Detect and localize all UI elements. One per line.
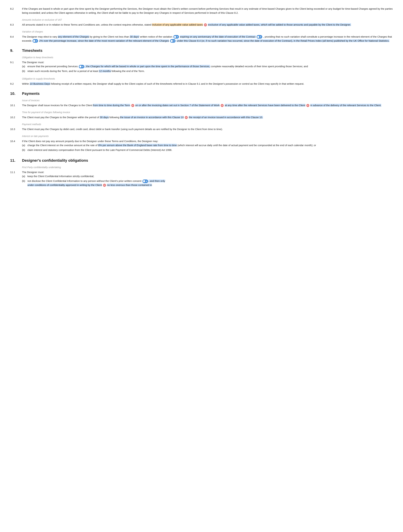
sub-text-11-1-a: keep the Client Confidential Information… xyxy=(27,174,94,178)
clause-10-4-b: (b) claim interest and statutory compens… xyxy=(22,148,393,152)
heading-issue-invoices: Issue of invoices xyxy=(22,99,393,102)
section-9-title: Timesheets xyxy=(22,48,43,53)
clause-content-10-4: If the Client does not pay any amount pr… xyxy=(22,139,393,153)
highlight-and-then-only: , and then only xyxy=(149,179,165,182)
section-10-heading: 10. Payments xyxy=(10,91,393,96)
sub-text-a: ensure that the personnel providing Serv… xyxy=(27,64,308,68)
or-badge-10-2[interactable]: or xyxy=(185,116,188,119)
highlight-issue-invoice: the issue of an invoice in accordance wi… xyxy=(120,116,184,119)
highlight-under-clause-8-4: under this Clause 8.4 (or, if no such va… xyxy=(176,39,389,42)
highlight-12-months: 12 months xyxy=(99,70,111,72)
clause-11-1-a: (a) keep the Client Confidential Informa… xyxy=(22,174,393,178)
highlight-inclusive: inclusive of any applicable value added … xyxy=(152,23,203,26)
heading-variation: Variation of charges xyxy=(22,30,393,33)
highlight-invoicing-dates: on or after the invoicing dates set out … xyxy=(135,104,220,107)
clause-8-3: 8.3 All amounts stated in or in relation… xyxy=(10,23,393,27)
toggle-8-4-d[interactable]: ● xyxy=(170,39,176,43)
toggle-11-1-b[interactable]: ● xyxy=(142,179,148,183)
heading-amounts-vat: Amounts inclusive or exclusive of VAT xyxy=(22,18,393,22)
toggle-8-4-c[interactable]: ● xyxy=(32,39,38,43)
clause-text-8-2: If the Charges are based in whole or par… xyxy=(22,7,393,15)
clause-8-4: 8.4 The Designer may elect to vary any e… xyxy=(10,35,393,43)
highlight-charges-time: , the Charges for which will be based in… xyxy=(85,65,210,68)
clause-text-10-3: The Client must pay the Charges by debit… xyxy=(22,127,393,131)
clause-9-1-a: (a) ensure that the personnel providing … xyxy=(22,64,393,68)
section-10-title: Payments xyxy=(22,91,40,96)
clause-number-9-1: 9.1 xyxy=(10,60,22,74)
heading-obligation-timesheets: Obligation to keep timesheets xyxy=(22,56,393,59)
clause-number-10-2: 10.2 xyxy=(10,115,22,119)
clause-number-10-3: 10.3 xyxy=(10,127,22,131)
clause-9-1: 9.1 The Designer must: (a) ensure that t… xyxy=(10,60,393,74)
section-10-number: 10. xyxy=(10,91,22,96)
sub-label-11-1-a: (a) xyxy=(22,174,27,178)
or-badge-10-1-b[interactable]: or xyxy=(221,104,224,107)
clause-9-1-b: (b) retain such records during the Term,… xyxy=(22,69,393,73)
clause-10-2: 10.2 The Client must pay the Charges to … xyxy=(10,115,393,119)
clause-number-8-2: 8.2 xyxy=(10,7,22,15)
clause-10-4-a: (a) charge the Client interest on the ov… xyxy=(22,143,393,147)
clause-10-1: 10.1 The Designer shall issue invoices f… xyxy=(10,103,393,107)
clause-text-10-1: The Designer shall issue invoices for th… xyxy=(22,103,393,107)
clause-text-9-2: Within 10 Business Days following receip… xyxy=(22,82,393,86)
highlight-no-less-onerous: no less onerous than those contained in xyxy=(107,184,152,186)
clause-text-10-2: The Client must pay the Charges to the D… xyxy=(22,115,393,119)
section-11-title: Designer's confidentiality obligations xyxy=(22,158,88,163)
highlight-under-conditions: under conditions of confidentiality appr… xyxy=(27,184,102,186)
highlight-any-element: any element of the Charges xyxy=(58,35,89,38)
section-9-number: 9. xyxy=(10,48,22,53)
sub-label-10-4-a: (a) xyxy=(22,143,27,147)
clause-text-8-4: The Designer may elect to vary any eleme… xyxy=(22,35,393,43)
sub-text-10-4-b: claim interest and statutory compensatio… xyxy=(27,148,172,152)
highlight-expiring: expiring on any anniversary of the date … xyxy=(180,35,256,38)
toggle-8-4-b[interactable]: ● xyxy=(257,35,262,39)
clause-11-1: 11.1 The Designer must: (a) keep the Cli… xyxy=(10,170,393,188)
section-11-number: 11. xyxy=(10,158,22,163)
highlight-10-days: 10 Business Days xyxy=(30,82,50,85)
or-badge-8-3[interactable]: or xyxy=(204,23,207,26)
toggle-9-1-a[interactable]: ● xyxy=(79,65,84,68)
sub-label-10-4-b: (b) xyxy=(22,148,27,152)
clause-10-4: 10.4 If the Client does not pay any amou… xyxy=(10,139,393,153)
clause-number-8-3: 8.3 xyxy=(10,23,22,27)
highlight-exclusive: exclusive of any applicable value added … xyxy=(208,23,351,26)
clause-content-11-1: The Designer must: (a) keep the Client C… xyxy=(22,170,393,188)
heading-obligation-supply: Obligation to supply timesheets xyxy=(22,77,393,81)
highlight-in-advance: in advance of the delivery of the releva… xyxy=(310,104,381,107)
clause-number-10-1: 10.1 xyxy=(10,103,22,107)
highlight-after-services: at any time after the relevant Services … xyxy=(225,104,305,107)
sub-label-11-1-b: (b) xyxy=(22,179,27,187)
heading-first-party-conf: First Party confidentiality undertaking xyxy=(22,165,393,169)
highlight-from-time: from time to time during the Term xyxy=(93,104,130,107)
section-9-heading: 9. Timesheets xyxy=(10,48,393,53)
sub-label-b: (b) xyxy=(22,69,27,73)
clause-number-9-2: 9.2 xyxy=(10,82,22,86)
highlight-30-days-10-2: 30 days xyxy=(100,116,109,119)
or-badge-10-1-c[interactable]: or xyxy=(306,104,309,107)
sub-text-10-4-a: charge the Client interest on the overdu… xyxy=(27,143,316,147)
sub-label-a: (a) xyxy=(22,64,27,68)
clause-number-10-4: 10.4 xyxy=(10,139,22,153)
clause-text-8-3: All amounts stated in or in relation to … xyxy=(22,23,393,27)
toggle-8-4-a[interactable]: ● xyxy=(173,35,179,39)
clause-content-9-1: The Designer must: (a) ensure that the p… xyxy=(22,60,393,74)
clause-8-2: 8.2 If the Charges are based in whole or… xyxy=(10,7,393,15)
clause-number-11-1: 11.1 xyxy=(10,170,22,188)
highlight-2percent: 2% over the percentage increase, since t… xyxy=(39,39,169,42)
sub-text-b: retain such records during the Term, and… xyxy=(27,69,145,73)
highlight-30-days: 30 days' xyxy=(130,35,139,38)
highlight-receipt-invoice: the receipt of an invoice issued in acco… xyxy=(189,116,263,119)
or-badge-10-1-a[interactable]: or xyxy=(131,104,134,107)
clause-11-1-b: (b) not disclose the Client Confidential… xyxy=(22,179,393,187)
heading-interest-late: Interest on late payments xyxy=(22,134,393,138)
sub-text-11-1-b: not disclose the Client Confidential Inf… xyxy=(27,179,165,187)
heading-payment-methods: Payment methods xyxy=(22,122,393,126)
clause-10-3: 10.3 The Client must pay the Charges by … xyxy=(10,127,393,131)
heading-time-payment: Time for payment of charges following in… xyxy=(22,110,393,114)
clause-number-8-4: 8.4 xyxy=(10,35,22,43)
section-11-heading: 11. Designer's confidentiality obligatio… xyxy=(10,158,393,163)
highlight-8-percent: 8% per annum above the Bank of England b… xyxy=(98,144,177,147)
clause-9-2: 9.2 Within 10 Business Days following re… xyxy=(10,82,393,86)
or-badge-11-1-b[interactable]: or xyxy=(103,184,106,187)
